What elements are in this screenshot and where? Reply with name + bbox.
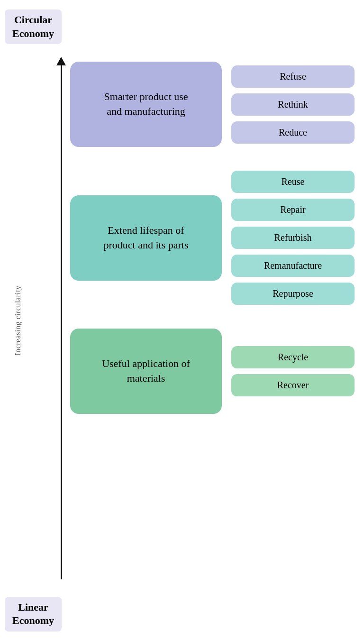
category-extend: Extend lifespan ofproduct and its parts bbox=[70, 195, 222, 281]
tag-remanufacture: Remanufacture bbox=[231, 255, 355, 277]
circular-economy-label: Circular Economy bbox=[5, 9, 62, 44]
tag-refuse: Refuse bbox=[231, 65, 355, 88]
section-useful: Useful application ofmaterials Recycle R… bbox=[70, 329, 355, 414]
circularity-label-wrapper: Increasing circularity bbox=[9, 95, 27, 546]
tags-useful: Recycle Recover bbox=[231, 346, 355, 396]
category-useful: Useful application ofmaterials bbox=[70, 329, 222, 414]
tag-reuse: Reuse bbox=[231, 171, 355, 193]
tag-reduce: Reduce bbox=[231, 121, 355, 144]
category-smarter: Smarter product useand manufacturing bbox=[70, 62, 222, 147]
section-smarter: Smarter product useand manufacturing Ref… bbox=[70, 62, 355, 147]
tag-repair: Repair bbox=[231, 199, 355, 221]
sections-container: Smarter product useand manufacturing Ref… bbox=[70, 62, 355, 438]
tag-refurbish: Refurbish bbox=[231, 227, 355, 249]
page-container: Circular Economy Linear Economy Increasi… bbox=[0, 0, 364, 641]
tags-extend: Reuse Repair Refurbish Remanufacture Rep… bbox=[231, 171, 355, 305]
tag-rethink: Rethink bbox=[231, 93, 355, 116]
tag-repurpose: Repurpose bbox=[231, 283, 355, 305]
tag-recover: Recover bbox=[231, 374, 355, 396]
axis-line bbox=[61, 62, 62, 579]
tag-recycle: Recycle bbox=[231, 346, 355, 368]
section-extend: Extend lifespan ofproduct and its parts … bbox=[70, 171, 355, 305]
tags-smarter: Refuse Rethink Reduce bbox=[231, 65, 355, 144]
increasing-circularity-label: Increasing circularity bbox=[14, 285, 22, 355]
linear-economy-label: Linear Economy bbox=[5, 597, 62, 632]
